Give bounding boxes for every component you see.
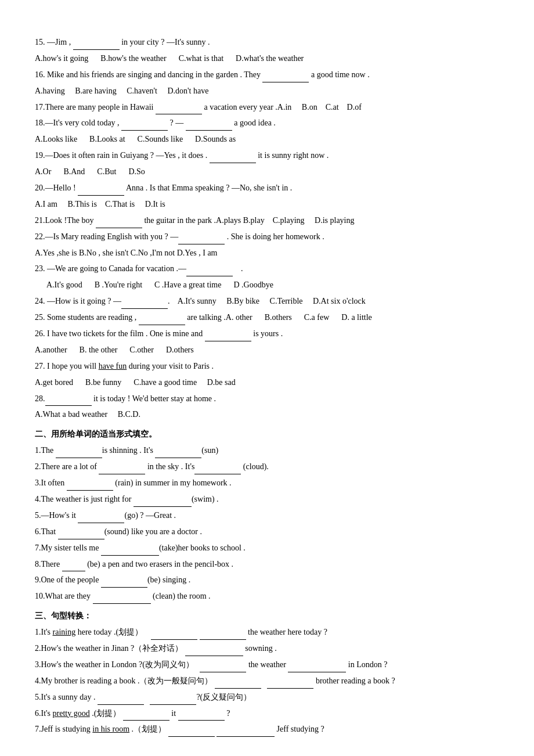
- section2-title: 二、用所给单词的适当形式填空。: [35, 427, 499, 442]
- question-18: 18.—It's very cold today , ? — a good id…: [35, 116, 499, 131]
- s2-item-3: 3.It often (rain) in summer in my homewo…: [35, 476, 499, 491]
- s3-item-3: 3.How's the weather in London ?(改为同义句） t…: [35, 657, 499, 672]
- question-25: 25. Some students are reading , are talk…: [35, 310, 499, 325]
- choices-18: A.Looks like B.Looks at C.Sounds like D.…: [35, 132, 499, 147]
- question-17: 17.There are many people in Hawaii a vac…: [35, 100, 499, 115]
- question-16: 16. Mike and his friends are singing and…: [35, 67, 499, 82]
- question-28: 28. it is today ! We'd better stay at ho…: [35, 391, 499, 406]
- s2-item-2: 2.There are a lot of in the sky . It's (…: [35, 459, 499, 474]
- choices-22: A.Yes ,she is B.No , she isn't C.No ,I'm…: [35, 246, 499, 261]
- question-20: 20.—Hello ! Anna . Is that Emma speaking…: [35, 181, 499, 196]
- s2-item-1: 1.The is shinning . It's (sun): [35, 443, 499, 458]
- question-22: 22.—Is Mary reading English with you ? —…: [35, 229, 499, 244]
- question-27: 27. I hope you will have fun during your…: [35, 359, 499, 374]
- exam-content: 15. —Jim , in your city ? —It's sunny . …: [35, 35, 499, 737]
- s2-item-10: 10.What are they (clean) the room .: [35, 589, 499, 604]
- choices-16: A.having B.are having C.haven't D.don't …: [35, 84, 499, 99]
- choices-27: A.get bored B.be funny C.have a good tim…: [35, 375, 499, 390]
- s3-item-5: 5.It's a sunny day . ?(反义疑问句）: [35, 690, 499, 705]
- s2-item-6: 6.That (sound) like you are a doctor .: [35, 524, 499, 539]
- choices-26: A.another B. the other C.other D.others: [35, 343, 499, 358]
- question-19: 19.—Does it often rain in Guiyang ? —Yes…: [35, 148, 499, 163]
- s2-item-4: 4.The weather is just right for (swim) .: [35, 492, 499, 507]
- choices-28: A.What a bad weather B.C.D.: [35, 407, 499, 422]
- choices-19: A.Or B.And C.But D.So: [35, 164, 499, 179]
- s3-item-6: 6.It's pretty good .(划提） it ?: [35, 706, 499, 721]
- s2-item-8: 8.There (be) a pen and two erasers in th…: [35, 557, 499, 572]
- s3-item-1: 1.It's raining here today .(划提） the weat…: [35, 625, 499, 640]
- s2-item-5: 5.—How's it (go) ? —Great .: [35, 508, 499, 523]
- s2-item-7: 7.My sister tells me (take)her books to …: [35, 541, 499, 556]
- choices-23: A.It's good B .You're right C .Have a gr…: [35, 278, 499, 293]
- choices-20: A.I am B.This is C.That is D.It is: [35, 197, 499, 212]
- question-21: 21.Look !The boy the guitar in the park …: [35, 213, 499, 228]
- s2-item-9: 9.One of the people (be) singing .: [35, 573, 499, 588]
- s3-item-7: 7.Jeff is studying in his room .（划提） Jef…: [35, 722, 499, 737]
- question-24: 24. —How is it going ? —. A.It's sunny B…: [35, 294, 499, 309]
- question-15: 15. —Jim , in your city ? —It's sunny .: [35, 35, 499, 50]
- section3-title: 三、句型转换：: [35, 609, 499, 624]
- s3-item-2: 2.How's the weather in Jinan ?（补全对话） sow…: [35, 641, 499, 656]
- question-23: 23. —We are going to Canada for vacation…: [35, 261, 499, 276]
- choices-15: A.how's it going B.how's the weather C.w…: [35, 51, 499, 66]
- question-26: 26. I have two tickets for the film . On…: [35, 326, 499, 341]
- s3-item-4: 4.My brother is reading a book .（改为一般疑问句…: [35, 674, 499, 689]
